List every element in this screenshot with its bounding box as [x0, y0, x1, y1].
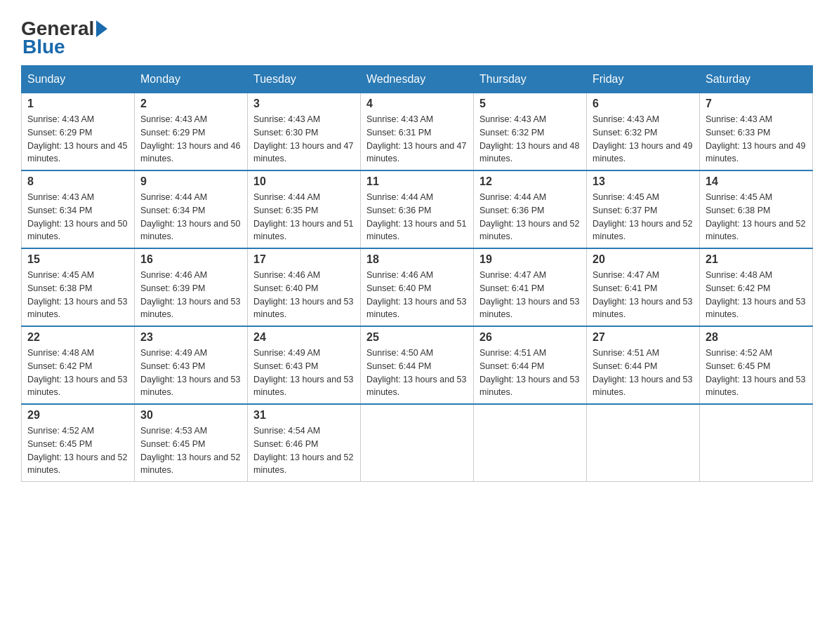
- day-number: 24: [253, 331, 355, 344]
- calendar-cell: 26 Sunrise: 4:51 AMSunset: 6:44 PMDaylig…: [474, 326, 587, 404]
- calendar-week-row: 1 Sunrise: 4:43 AMSunset: 6:29 PMDayligh…: [22, 93, 813, 171]
- day-info: Sunrise: 4:44 AMSunset: 6:36 PMDaylight:…: [366, 192, 466, 241]
- day-info: Sunrise: 4:43 AMSunset: 6:29 PMDaylight:…: [27, 114, 127, 163]
- day-info: Sunrise: 4:52 AMSunset: 6:45 PMDaylight:…: [27, 426, 127, 475]
- day-info: Sunrise: 4:49 AMSunset: 6:43 PMDaylight:…: [253, 348, 353, 397]
- day-number: 27: [593, 331, 694, 344]
- calendar-cell: [700, 404, 813, 482]
- day-number: 16: [140, 253, 241, 266]
- day-number: 6: [593, 98, 694, 110]
- day-number: 14: [706, 175, 807, 188]
- day-info: Sunrise: 4:43 AMSunset: 6:34 PMDaylight:…: [27, 192, 127, 241]
- day-number: 1: [27, 98, 128, 110]
- day-number: 19: [479, 253, 581, 266]
- calendar-week-row: 29 Sunrise: 4:52 AMSunset: 6:45 PMDaylig…: [22, 404, 813, 482]
- calendar-cell: 11 Sunrise: 4:44 AMSunset: 6:36 PMDaylig…: [361, 170, 474, 248]
- calendar-week-row: 22 Sunrise: 4:48 AMSunset: 6:42 PMDaylig…: [22, 326, 813, 404]
- day-info: Sunrise: 4:46 AMSunset: 6:39 PMDaylight:…: [140, 270, 240, 319]
- calendar-cell: 7 Sunrise: 4:43 AMSunset: 6:33 PMDayligh…: [700, 93, 813, 171]
- calendar-cell: 17 Sunrise: 4:46 AMSunset: 6:40 PMDaylig…: [248, 248, 361, 326]
- day-number: 22: [27, 331, 128, 344]
- day-info: Sunrise: 4:47 AMSunset: 6:41 PMDaylight:…: [593, 270, 692, 319]
- calendar-cell: 10 Sunrise: 4:44 AMSunset: 6:35 PMDaylig…: [248, 170, 361, 248]
- day-number: 9: [140, 175, 241, 188]
- day-number: 7: [706, 98, 807, 110]
- calendar-cell: [361, 404, 474, 482]
- calendar-cell: 30 Sunrise: 4:53 AMSunset: 6:45 PMDaylig…: [135, 404, 248, 482]
- day-number: 20: [593, 253, 694, 266]
- day-number: 3: [253, 98, 355, 110]
- calendar-cell: [587, 404, 700, 482]
- logo-triangle-icon: [96, 20, 107, 37]
- day-number: 28: [706, 331, 807, 344]
- calendar-table: SundayMondayTuesdayWednesdayThursdayFrid…: [21, 65, 813, 482]
- logo-blue: Blue: [21, 36, 65, 58]
- header-tuesday: Tuesday: [248, 66, 361, 93]
- day-info: Sunrise: 4:48 AMSunset: 6:42 PMDaylight:…: [27, 348, 127, 397]
- day-number: 26: [479, 331, 581, 344]
- day-info: Sunrise: 4:53 AMSunset: 6:45 PMDaylight:…: [140, 426, 240, 475]
- calendar-cell: 3 Sunrise: 4:43 AMSunset: 6:30 PMDayligh…: [248, 93, 361, 171]
- header-sunday: Sunday: [22, 66, 135, 93]
- calendar-cell: [474, 404, 587, 482]
- day-number: 23: [140, 331, 241, 344]
- calendar-cell: 25 Sunrise: 4:50 AMSunset: 6:44 PMDaylig…: [361, 326, 474, 404]
- calendar-cell: 16 Sunrise: 4:46 AMSunset: 6:39 PMDaylig…: [135, 248, 248, 326]
- calendar-cell: 27 Sunrise: 4:51 AMSunset: 6:44 PMDaylig…: [587, 326, 700, 404]
- day-info: Sunrise: 4:43 AMSunset: 6:32 PMDaylight:…: [479, 114, 579, 163]
- day-number: 11: [366, 175, 468, 188]
- calendar-cell: 5 Sunrise: 4:43 AMSunset: 6:32 PMDayligh…: [474, 93, 587, 171]
- logo: General Blue: [21, 14, 107, 58]
- day-info: Sunrise: 4:45 AMSunset: 6:37 PMDaylight:…: [593, 192, 692, 241]
- day-number: 25: [366, 331, 468, 344]
- day-info: Sunrise: 4:43 AMSunset: 6:33 PMDaylight:…: [706, 114, 805, 163]
- day-info: Sunrise: 4:43 AMSunset: 6:30 PMDaylight:…: [253, 114, 353, 163]
- day-number: 17: [253, 253, 355, 266]
- calendar-cell: 19 Sunrise: 4:47 AMSunset: 6:41 PMDaylig…: [474, 248, 587, 326]
- calendar-header-row: SundayMondayTuesdayWednesdayThursdayFrid…: [22, 66, 813, 93]
- calendar-cell: 9 Sunrise: 4:44 AMSunset: 6:34 PMDayligh…: [135, 170, 248, 248]
- day-info: Sunrise: 4:44 AMSunset: 6:35 PMDaylight:…: [253, 192, 353, 241]
- day-info: Sunrise: 4:44 AMSunset: 6:34 PMDaylight:…: [140, 192, 240, 241]
- header-saturday: Saturday: [700, 66, 813, 93]
- day-info: Sunrise: 4:44 AMSunset: 6:36 PMDaylight:…: [479, 192, 579, 241]
- calendar-cell: 6 Sunrise: 4:43 AMSunset: 6:32 PMDayligh…: [587, 93, 700, 171]
- day-number: 18: [366, 253, 468, 266]
- calendar-week-row: 8 Sunrise: 4:43 AMSunset: 6:34 PMDayligh…: [22, 170, 813, 248]
- calendar-cell: 31 Sunrise: 4:54 AMSunset: 6:46 PMDaylig…: [248, 404, 361, 482]
- day-number: 2: [140, 98, 241, 110]
- day-info: Sunrise: 4:51 AMSunset: 6:44 PMDaylight:…: [593, 348, 692, 397]
- calendar-cell: 29 Sunrise: 4:52 AMSunset: 6:45 PMDaylig…: [22, 404, 135, 482]
- day-number: 21: [706, 253, 807, 266]
- day-info: Sunrise: 4:43 AMSunset: 6:31 PMDaylight:…: [366, 114, 466, 163]
- calendar-cell: 1 Sunrise: 4:43 AMSunset: 6:29 PMDayligh…: [22, 93, 135, 171]
- day-info: Sunrise: 4:43 AMSunset: 6:32 PMDaylight:…: [593, 114, 692, 163]
- calendar-cell: 24 Sunrise: 4:49 AMSunset: 6:43 PMDaylig…: [248, 326, 361, 404]
- day-info: Sunrise: 4:49 AMSunset: 6:43 PMDaylight:…: [140, 348, 240, 397]
- calendar-cell: 15 Sunrise: 4:45 AMSunset: 6:38 PMDaylig…: [22, 248, 135, 326]
- day-info: Sunrise: 4:50 AMSunset: 6:44 PMDaylight:…: [366, 348, 466, 397]
- calendar-cell: 20 Sunrise: 4:47 AMSunset: 6:41 PMDaylig…: [587, 248, 700, 326]
- page-header: General Blue: [21, 14, 813, 58]
- calendar-cell: 14 Sunrise: 4:45 AMSunset: 6:38 PMDaylig…: [700, 170, 813, 248]
- day-number: 4: [366, 98, 468, 110]
- day-number: 30: [140, 409, 241, 422]
- day-number: 13: [593, 175, 694, 188]
- header-wednesday: Wednesday: [361, 66, 474, 93]
- day-info: Sunrise: 4:45 AMSunset: 6:38 PMDaylight:…: [706, 192, 805, 241]
- header-monday: Monday: [135, 66, 248, 93]
- day-number: 29: [27, 409, 128, 422]
- day-number: 5: [479, 98, 581, 110]
- calendar-cell: 4 Sunrise: 4:43 AMSunset: 6:31 PMDayligh…: [361, 93, 474, 171]
- calendar-week-row: 15 Sunrise: 4:45 AMSunset: 6:38 PMDaylig…: [22, 248, 813, 326]
- calendar-cell: 18 Sunrise: 4:46 AMSunset: 6:40 PMDaylig…: [361, 248, 474, 326]
- calendar-cell: 12 Sunrise: 4:44 AMSunset: 6:36 PMDaylig…: [474, 170, 587, 248]
- day-info: Sunrise: 4:46 AMSunset: 6:40 PMDaylight:…: [253, 270, 353, 319]
- calendar-cell: 22 Sunrise: 4:48 AMSunset: 6:42 PMDaylig…: [22, 326, 135, 404]
- calendar-cell: 28 Sunrise: 4:52 AMSunset: 6:45 PMDaylig…: [700, 326, 813, 404]
- day-number: 8: [27, 175, 128, 188]
- day-info: Sunrise: 4:43 AMSunset: 6:29 PMDaylight:…: [140, 114, 240, 163]
- calendar-cell: 23 Sunrise: 4:49 AMSunset: 6:43 PMDaylig…: [135, 326, 248, 404]
- day-info: Sunrise: 4:48 AMSunset: 6:42 PMDaylight:…: [706, 270, 805, 319]
- calendar-cell: 2 Sunrise: 4:43 AMSunset: 6:29 PMDayligh…: [135, 93, 248, 171]
